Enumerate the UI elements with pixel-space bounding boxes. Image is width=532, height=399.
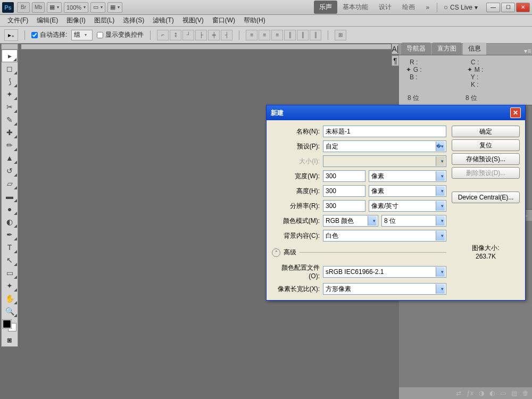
tab-navigator[interactable]: 导航器 xyxy=(401,43,431,55)
distribute-icon[interactable]: ≡ xyxy=(271,30,283,40)
cslive-button[interactable]: CS Live▾ xyxy=(439,3,482,11)
distribute-icon[interactable]: ≡ xyxy=(246,30,257,40)
character-panel-icon[interactable]: A| xyxy=(392,44,399,54)
maximize-button[interactable]: ☐ xyxy=(501,3,515,12)
align-icon[interactable]: ╪ xyxy=(208,30,220,40)
align-icon[interactable]: ┘ xyxy=(182,30,194,40)
menu-layer[interactable]: 图层(L) xyxy=(90,16,119,25)
auto-select-target-combo[interactable]: 组 xyxy=(71,30,93,40)
healing-tool[interactable]: ✚ xyxy=(2,126,18,139)
marquee-tool[interactable]: ◻ xyxy=(2,62,18,75)
stamp-tool[interactable]: ▲ xyxy=(2,152,18,164)
align-icon[interactable]: ├ xyxy=(195,30,207,40)
save-preset-button[interactable]: 存储预设(S)... xyxy=(452,153,520,165)
auto-select-checkbox[interactable]: 自动选择: xyxy=(31,30,67,39)
link-layers-icon[interactable]: ⇄ xyxy=(456,389,461,397)
adjustment-layer-icon[interactable]: ◐ xyxy=(489,389,495,397)
layer-mask-icon[interactable]: ◑ xyxy=(479,389,484,397)
distribute-icon[interactable]: ≡ xyxy=(259,30,270,40)
workspace-more[interactable]: » xyxy=(420,2,435,13)
aspect-combo[interactable]: 方形像素▾ xyxy=(323,283,446,295)
resolution-unit-combo[interactable]: 像素/英寸▾ xyxy=(369,200,446,212)
quick-select-tool[interactable]: ✦ xyxy=(2,88,18,101)
collapsed-dock: A| ¶ xyxy=(392,44,399,86)
hand-tool[interactable]: ✋ xyxy=(2,292,18,305)
zoom-combo[interactable]: 100% xyxy=(64,2,88,13)
group-icon[interactable]: ▭ xyxy=(500,389,506,397)
name-input[interactable]: 未标题-1 xyxy=(323,126,446,137)
bitdepth-combo[interactable]: 8 位▾ xyxy=(381,215,446,227)
device-central-button[interactable]: Device Central(E)... xyxy=(452,192,520,203)
arrange-docs-combo[interactable]: ▭ xyxy=(90,2,105,13)
quick-mask-toggle[interactable]: ◙ xyxy=(2,334,18,346)
delete-layer-icon[interactable]: 🗑 xyxy=(522,389,529,397)
crop-tool[interactable]: ✂ xyxy=(2,101,18,113)
menu-file[interactable]: 文件(F) xyxy=(3,16,32,25)
move-tool[interactable]: ▸ xyxy=(2,49,18,62)
dodge-tool[interactable]: ◐ xyxy=(2,215,18,228)
distribute-icon[interactable]: ║ xyxy=(284,30,296,40)
type-tool[interactable]: T xyxy=(2,241,18,254)
toolbox-handle[interactable] xyxy=(2,44,18,49)
bg-combo[interactable]: 白色▾ xyxy=(323,230,446,242)
show-transform-checkbox[interactable]: 显示变换控件 xyxy=(97,30,144,39)
resolution-input[interactable]: 300 xyxy=(323,200,365,212)
close-button[interactable]: ✕ xyxy=(516,3,530,12)
reset-button[interactable]: 复位 xyxy=(452,139,520,151)
align-icon[interactable]: ⌐ xyxy=(157,30,169,40)
extras-combo[interactable]: ▦ xyxy=(107,2,122,13)
width-unit-combo[interactable]: 像素▾ xyxy=(369,170,446,182)
distribute-icon[interactable]: ║ xyxy=(297,30,309,40)
menu-image[interactable]: 图像(I) xyxy=(62,16,89,25)
advanced-toggle-row[interactable]: ⌃ 高级 xyxy=(272,248,446,257)
menu-filter[interactable]: 滤镜(T) xyxy=(148,16,178,25)
height-input[interactable]: 300 xyxy=(323,185,365,197)
workspace-tab[interactable]: 设计 xyxy=(373,1,397,14)
height-unit-combo[interactable]: 像素▾ xyxy=(369,185,446,197)
menu-help[interactable]: 帮助(H) xyxy=(239,16,270,25)
preset-combo[interactable]: 自定�▾ xyxy=(323,140,446,152)
width-input[interactable]: 300 xyxy=(323,170,365,182)
menu-select[interactable]: 选择(S) xyxy=(119,16,148,25)
align-icon[interactable]: ┤ xyxy=(221,30,232,40)
workspace-tab[interactable]: 乐声 xyxy=(314,1,337,14)
ok-button[interactable]: 确定 xyxy=(452,126,520,137)
profile-combo[interactable]: sRGB IEC61966-2.1▾ xyxy=(323,266,446,278)
workspace-tab[interactable]: 基本功能 xyxy=(337,1,373,14)
dialog-titlebar[interactable]: 新建 ✕ xyxy=(267,105,525,120)
tab-histogram[interactable]: 直方图 xyxy=(432,43,462,55)
layer-fx-icon[interactable]: ƒx xyxy=(467,389,473,397)
distribute-icon[interactable]: ║ xyxy=(310,30,321,40)
eyedropper-tool[interactable]: ✎ xyxy=(2,113,18,126)
advanced-toggle-icon[interactable]: ⌃ xyxy=(272,248,280,257)
colormode-combo[interactable]: RGB 颜色▾ xyxy=(323,215,378,227)
bridge-button[interactable]: Br xyxy=(17,2,30,13)
path-select-tool[interactable]: ↖ xyxy=(2,254,18,267)
shape-tool[interactable]: ▭ xyxy=(2,267,18,279)
new-layer-icon[interactable]: ▤ xyxy=(511,389,517,397)
3d-tool[interactable]: ✦ xyxy=(2,279,18,292)
minimize-button[interactable]: — xyxy=(486,3,500,12)
screen-mode-combo[interactable]: ▦ xyxy=(47,2,62,13)
zoom-tool[interactable]: 🔍 xyxy=(2,305,18,318)
dialog-close-button[interactable]: ✕ xyxy=(510,107,521,118)
color-swatches[interactable] xyxy=(3,320,16,331)
gradient-tool[interactable]: ▬ xyxy=(2,190,18,203)
move-tool-preset[interactable]: ▸₊ xyxy=(4,29,18,41)
menu-view[interactable]: 视图(V) xyxy=(178,16,208,25)
lasso-tool[interactable]: ⟆ xyxy=(2,75,18,88)
blur-tool[interactable]: ● xyxy=(2,203,18,215)
eraser-tool[interactable]: ▱ xyxy=(2,177,18,190)
brush-tool[interactable]: ✏ xyxy=(2,139,18,152)
menu-edit[interactable]: 编辑(E) xyxy=(32,16,62,25)
history-brush-tool[interactable]: ↺ xyxy=(2,164,18,177)
align-icon[interactable]: ‡ xyxy=(170,30,181,40)
tab-info[interactable]: 信息 xyxy=(463,43,486,55)
pen-tool[interactable]: ✒ xyxy=(2,228,18,241)
workspace-tab[interactable]: 绘画 xyxy=(397,1,420,14)
paragraph-panel-icon[interactable]: ¶ xyxy=(392,55,399,66)
panel-menu-icon[interactable]: ▾≡ xyxy=(523,47,532,55)
auto-align-icon[interactable]: ⊞ xyxy=(335,30,346,40)
minibridge-button[interactable]: Mb xyxy=(32,2,45,13)
menu-window[interactable]: 窗口(W) xyxy=(208,16,239,25)
